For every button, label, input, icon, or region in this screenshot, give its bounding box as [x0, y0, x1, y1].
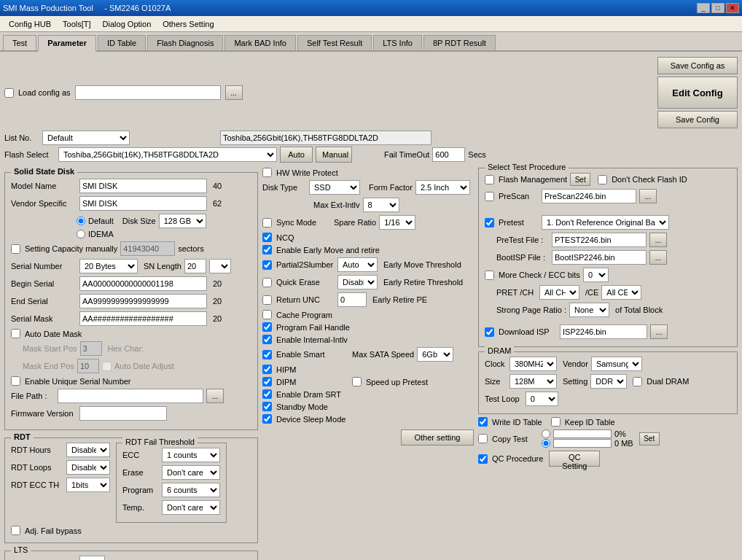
menu-others-setting[interactable]: Others Setting [157, 18, 219, 30]
return-unc-checkbox[interactable] [262, 295, 272, 305]
copy-test-radio-1[interactable] [542, 429, 550, 438]
cache-program-checkbox[interactable] [262, 310, 272, 319]
spare-ratio-select[interactable]: 1/16 [379, 215, 415, 230]
download-isp-checkbox[interactable] [485, 327, 494, 337]
adj-fail-bypass-checkbox[interactable] [11, 526, 20, 535]
early-retire-pe-input[interactable] [337, 292, 367, 307]
mask-end-pos-input[interactable] [77, 359, 99, 373]
keep-id-table-checkbox[interactable] [551, 417, 561, 427]
file-path-input[interactable] [58, 389, 203, 403]
auto-date-adjust-checkbox[interactable] [102, 362, 112, 371]
window-controls[interactable]: _ □ ✕ [697, 3, 739, 13]
other-setting-button[interactable]: Other setting [401, 429, 474, 446]
flash-management-checkbox[interactable] [485, 175, 494, 184]
vendor-select[interactable]: Samsung [591, 357, 642, 371]
tab-mark-bad-info[interactable]: Mark BAD Info [224, 35, 296, 50]
sn-length-input[interactable] [184, 259, 206, 273]
dual-dram-checkbox[interactable] [633, 377, 642, 386]
pretest-file-input[interactable] [552, 233, 647, 247]
prescan-browse[interactable]: ... [639, 189, 657, 203]
max-ext-intlv-select[interactable]: 8 [363, 198, 399, 212]
enable-internal-intlv-checkbox[interactable] [262, 335, 272, 344]
menu-dialog-option[interactable]: Dialog Option [97, 18, 157, 30]
speed-up-pretest-checkbox[interactable] [352, 377, 362, 386]
tab-test[interactable]: Test [3, 35, 36, 50]
firmware-version-input[interactable] [79, 406, 167, 421]
program-select[interactable]: 6 counts [162, 483, 220, 497]
qc-procedure-checkbox[interactable] [478, 454, 488, 464]
flash-management-set-button[interactable]: Set [570, 173, 590, 186]
test-loop-select[interactable]: 0 [526, 392, 558, 406]
standby-mode-checkbox[interactable] [262, 402, 272, 411]
load-config-input[interactable] [75, 85, 221, 100]
erase-select[interactable]: Don't care [162, 465, 220, 480]
download-isp-browse[interactable]: ... [650, 324, 668, 339]
vendor-specific-input[interactable] [79, 196, 207, 211]
quick-erase-checkbox[interactable] [262, 278, 272, 287]
minimize-button[interactable]: _ [697, 3, 710, 13]
dipm-checkbox[interactable] [262, 377, 272, 386]
begin-serial-input[interactable] [79, 276, 207, 291]
pret-ch-select[interactable]: All CH [539, 285, 579, 300]
maximize-button[interactable]: □ [711, 3, 725, 13]
mask-start-pos-input[interactable] [80, 341, 102, 356]
ncq-checkbox[interactable] [262, 233, 272, 242]
menu-config-hub[interactable]: Config HUB [3, 18, 57, 30]
qc-setting-button[interactable]: QC Setting [549, 451, 600, 467]
partial2slumber-checkbox[interactable] [262, 260, 272, 270]
rdt-ecc-th-select[interactable]: 1bits [66, 478, 110, 492]
end-serial-input[interactable] [79, 294, 207, 308]
auto-date-mask-checkbox[interactable] [11, 329, 20, 338]
setting-select[interactable]: DDR3 [590, 374, 627, 389]
sync-mode-checkbox[interactable] [262, 218, 272, 228]
sn-length-unit[interactable] [209, 259, 231, 273]
temp-select[interactable]: Don't care [162, 500, 220, 515]
tab-8p-rdt-result[interactable]: 8P RDT Result [423, 35, 496, 50]
strong-page-ratio-select[interactable]: None [569, 303, 609, 317]
tab-flash-diagnosis[interactable]: Flash Diagnosis [147, 35, 223, 50]
clock-select[interactable]: 380MHZ [509, 357, 557, 371]
enable-smart-checkbox[interactable] [262, 350, 272, 359]
copy-test-set-button[interactable]: Set [639, 432, 660, 446]
copy-test-checkbox[interactable] [478, 434, 488, 443]
enable-early-move-checkbox[interactable] [262, 245, 272, 254]
pretest-file-browse[interactable]: ... [649, 233, 667, 247]
ecc-select[interactable]: 1 counts [162, 448, 220, 462]
disk-type-select[interactable]: SSD [309, 180, 360, 195]
copy-test-radio-2[interactable] [542, 439, 550, 448]
flash-select-dropdown[interactable]: Toshiba,256Gbit(16K),TH58TFG8DDLTA2D [58, 147, 277, 162]
setting-capacity-input[interactable] [120, 241, 175, 256]
manual-button[interactable]: Manual [316, 147, 352, 163]
boot-isp-file-browse[interactable]: ... [649, 250, 667, 265]
hw-write-protect-checkbox[interactable] [262, 168, 272, 177]
device-sleep-mode-checkbox[interactable] [262, 414, 272, 424]
pretest-dropdown[interactable]: 1. Don't Reference Original Bad [542, 215, 669, 230]
save-config-button[interactable]: Save Config [657, 111, 738, 128]
ce-select[interactable]: All CE [601, 285, 641, 300]
form-factor-select[interactable]: 2.5 Inch [415, 180, 470, 195]
max-sata-speed-select[interactable]: 6Gb [417, 347, 453, 362]
menu-tools[interactable]: Tools[T] [57, 18, 97, 30]
file-path-browse[interactable]: ... [206, 389, 224, 403]
serial-number-select[interactable]: 20 Bytes [79, 259, 138, 273]
fail-timeout-input[interactable] [432, 147, 465, 162]
boot-isp-file-input[interactable] [552, 250, 647, 265]
edit-config-button[interactable]: Edit Config [657, 77, 738, 109]
more-check-ecc-bits-select[interactable]: 0 [583, 268, 609, 282]
setting-capacity-checkbox[interactable] [11, 244, 20, 254]
auto-button[interactable]: Auto [280, 147, 313, 163]
load-config-browse[interactable]: ... [225, 85, 243, 100]
tab-self-test-result[interactable]: Self Test Result [297, 35, 372, 50]
tab-parameter[interactable]: Parameter [38, 35, 96, 52]
size-select[interactable]: 128M [509, 374, 557, 389]
program-fail-handle-checkbox[interactable] [262, 322, 272, 332]
tab-lts-info[interactable]: LTS Info [373, 35, 422, 50]
download-isp-input[interactable] [560, 324, 647, 339]
model-name-input[interactable] [79, 179, 207, 193]
serial-mask-input[interactable] [79, 311, 207, 326]
partial2slumber-select[interactable]: Auto [337, 257, 378, 272]
default-radio[interactable] [77, 217, 85, 225]
dont-check-flash-id-checkbox[interactable] [598, 175, 607, 184]
enable-unique-serial-checkbox[interactable] [11, 376, 20, 386]
prescan-checkbox[interactable] [485, 192, 494, 201]
